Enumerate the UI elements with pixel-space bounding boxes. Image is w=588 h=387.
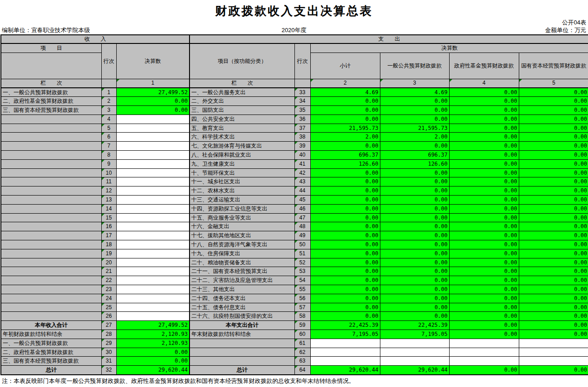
expense-subtotal-value: [310, 357, 380, 366]
income-value: [116, 196, 190, 205]
expense-state-capital-value: 0.00: [519, 106, 588, 115]
income-label: [1, 294, 101, 303]
expense-gov-fund-value: 0.00: [449, 133, 519, 142]
expense-label: 八、社会保障和就业支出: [190, 151, 294, 160]
expense-state-capital-value: 0.00: [519, 177, 588, 186]
expense-state-capital-value: [519, 348, 588, 357]
expense-label: 六、科学技术支出: [190, 133, 294, 142]
income-value: [116, 168, 190, 177]
expense-label: 二十三、其他支出: [190, 285, 294, 294]
expense-line-no: 47: [294, 213, 310, 222]
expense-general-budget-value: 0.00: [380, 231, 449, 240]
income-line-no: 4: [101, 115, 116, 124]
expense-label: 本年支出合计: [190, 321, 294, 330]
expense-label: 十三、交通运输支出: [190, 196, 294, 205]
table-row: 三、国有资本经营预算财政拨款30.00三、国防支出350.000.000.000…: [1, 106, 588, 115]
income-label: 三、国有资本经营预算财政拨款: [1, 106, 101, 115]
income-section-header: 收 入: [1, 35, 190, 43]
expense-line-no: 62: [294, 348, 310, 357]
income-value: [116, 285, 190, 294]
income-line-no: 15: [101, 213, 116, 222]
general-budget-header: 一般公共预算财政拨款: [380, 53, 449, 79]
expense-line-no: 63: [294, 357, 310, 366]
expense-subtotal-value: 0.00: [310, 115, 380, 124]
expense-gov-fund-value: 0.00: [449, 124, 519, 133]
income-line-no: 22: [101, 276, 116, 285]
expense-subtotal-value: 0.00: [310, 213, 380, 222]
expense-line-no: 44: [294, 186, 310, 196]
expense-line-no: 38: [294, 133, 310, 142]
expense-label: 一、一般公共服务支出: [190, 88, 294, 97]
expense-subtotal-value: 0.00: [310, 97, 380, 106]
expense-state-capital-value: 0.00: [519, 115, 588, 124]
expense-state-capital-value: 0.00: [519, 124, 588, 133]
income-line-no: 17: [101, 231, 116, 240]
expense-label: 十六、金融支出: [190, 222, 294, 231]
expense-subtotal-value: 0.00: [310, 168, 380, 177]
expense-label: 二十、粮油物资储备支出: [190, 258, 294, 267]
income-line-no: 3: [101, 106, 116, 115]
expense-general-budget-value: 0.00: [380, 186, 449, 196]
expense-subtotal-value: [310, 348, 380, 357]
expense-gov-fund-value: [449, 357, 519, 366]
expense-line-no: 60: [294, 330, 310, 339]
table-row: 20二十、粮油物资储备支出520.000.000.000.00: [1, 258, 588, 267]
expense-gov-fund-value: 0.00: [449, 222, 519, 231]
expense-general-budget-value: 126.60: [380, 159, 449, 168]
income-label: [1, 312, 101, 321]
expense-line-no: 42: [294, 168, 310, 177]
income-line-no: 16: [101, 222, 116, 231]
expense-line-no: 33: [294, 88, 310, 97]
expense-general-budget-value: 0.00: [380, 177, 449, 186]
expense-label: 二十一、国有资本经营预算支出: [190, 267, 294, 276]
expense-subtotal-value: 0.00: [310, 258, 380, 267]
expense-column-index-label: 栏 次: [190, 79, 294, 88]
expense-subtotal-value: 696.37: [310, 151, 380, 160]
expense-state-capital-value: 0.00: [519, 231, 588, 240]
expense-general-budget-value: 0.00: [380, 240, 449, 249]
income-value: 29,620.44: [116, 366, 190, 375]
expense-general-budget-value: 0.00: [380, 142, 449, 151]
income-label: [1, 115, 101, 124]
expense-label: 二十四、债务还本支出: [190, 294, 294, 303]
expense-gov-fund-value: 0.00: [449, 204, 519, 213]
income-label: [1, 186, 101, 196]
expense-general-budget-value: 0.00: [380, 168, 449, 177]
expense-state-capital-value: 0.00: [519, 186, 588, 196]
expense-line-no: 61: [294, 339, 310, 348]
table-row: 一、一般公共预算财政拨款292,120.9361: [1, 339, 588, 348]
expense-state-capital-value: 0.00: [519, 204, 588, 213]
expense-line-no: 37: [294, 124, 310, 133]
income-column-index-label: 栏 次: [1, 79, 101, 88]
income-label: [1, 258, 101, 267]
income-label: [1, 285, 101, 294]
income-line-no: 18: [101, 240, 116, 249]
income-label: 年初财政拨款结转和结余: [1, 330, 101, 339]
expense-gov-fund-value: 0.00: [449, 303, 519, 312]
income-label: 一、一般公共预算财政拨款: [1, 339, 101, 348]
fiscal-year: 2020年度: [197, 26, 392, 34]
expense-label: 二十二、灾害防治及应急管理支出: [190, 276, 294, 285]
expense-gov-fund-value: 0.00: [449, 312, 519, 321]
income-line-no: 32: [101, 366, 116, 375]
expense-line-no: 57: [294, 303, 310, 312]
expense-line-no: 51: [294, 249, 310, 258]
expense-gov-fund-value: 0.00: [449, 330, 519, 339]
table-row: 13十三、交通运输支出450.000.000.000.00: [1, 196, 588, 205]
expense-line-no: 49: [294, 231, 310, 240]
expense-state-capital-value: 0.00: [519, 168, 588, 177]
expense-line-no: 52: [294, 258, 310, 267]
column-index-row: 栏 次 1 栏 次 2 3 4 5: [1, 79, 588, 88]
expense-general-budget-value: 22,425.39: [380, 321, 449, 330]
expense-subtotal-value: 0.00: [310, 249, 380, 258]
income-label: [1, 133, 101, 142]
expense-gov-fund-value: 0.00: [449, 159, 519, 168]
section-header-row: 收 入 支 出: [1, 35, 588, 43]
table-row: 二、政府性基金预算财政拨款20.00二、外交支出340.000.000.000.…: [1, 97, 588, 106]
expense-state-capital-value: 0.00: [519, 142, 588, 151]
expense-state-capital-value: 0.00: [519, 213, 588, 222]
expense-general-budget-value: 0.00: [380, 213, 449, 222]
expense-state-capital-value: 0.00: [519, 196, 588, 205]
income-line-no: 29: [101, 339, 116, 348]
expense-label: 二十五、债务付息支出: [190, 303, 294, 312]
